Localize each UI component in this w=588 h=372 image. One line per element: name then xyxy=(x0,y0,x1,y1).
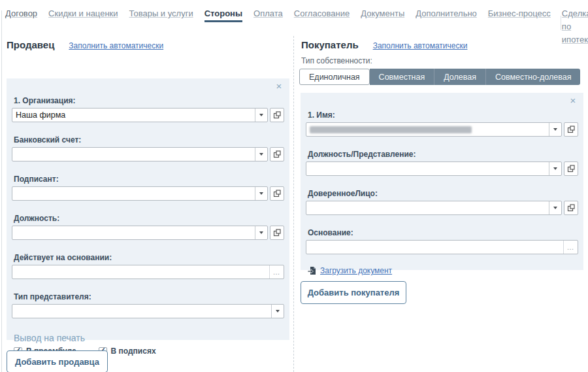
caret-down-icon[interactable] xyxy=(271,305,284,318)
open-in-window-icon[interactable] xyxy=(270,108,284,122)
open-in-window-icon[interactable] xyxy=(564,161,578,176)
window-left-border xyxy=(1,10,2,372)
tab-storony[interactable]: Стороны xyxy=(204,7,242,22)
field-label: Подписант: xyxy=(14,175,284,184)
checkbox-label: В подписях xyxy=(111,347,156,356)
field-basis: Основание: … xyxy=(306,228,578,254)
segment-dolevaya[interactable]: Долевая xyxy=(434,69,486,85)
add-buyer-button[interactable]: Добавить покупателя xyxy=(301,281,406,304)
signatory-combobox[interactable] xyxy=(12,186,268,201)
seller-autofill-link[interactable]: Заполнить автоматически xyxy=(69,41,163,50)
field-position: Должность: xyxy=(12,214,284,240)
field-acts-on-basis: Действует на основании: … xyxy=(12,253,284,279)
bank-account-combobox[interactable] xyxy=(12,147,268,161)
caret-down-icon[interactable] xyxy=(549,162,561,175)
field-label: ДоверенноеЛицо: xyxy=(308,189,578,198)
caret-down-icon[interactable] xyxy=(255,226,267,239)
open-in-window-icon[interactable] xyxy=(270,147,284,161)
open-in-window-icon[interactable] xyxy=(270,226,284,240)
field-label: Должность: xyxy=(14,214,284,223)
basis-field[interactable]: … xyxy=(306,240,578,254)
tab-tovary[interactable]: Товары и услуги xyxy=(129,7,193,20)
tab-skidki[interactable]: Скидки и наценки xyxy=(48,7,118,20)
load-document-icon xyxy=(308,266,316,275)
caret-down-icon[interactable] xyxy=(549,123,561,136)
field-label: 1. Организация: xyxy=(14,96,284,105)
segment-sovmestno-dolevaya[interactable]: Совместно-долевая xyxy=(486,69,580,85)
open-in-window-icon[interactable] xyxy=(564,201,578,215)
position-representation-input[interactable] xyxy=(306,162,549,175)
field-label: 1. Имя: xyxy=(308,110,578,120)
tab-soglasovanie[interactable]: Согласование xyxy=(294,7,350,20)
organization-input[interactable] xyxy=(12,109,255,122)
field-bank-account: Банковский счет: xyxy=(12,135,284,161)
add-seller-button[interactable]: Добавить продавца xyxy=(7,350,108,372)
segment-sovmestnaya[interactable]: Совместная xyxy=(370,69,435,85)
seller-title: Продавец xyxy=(7,39,54,50)
field-label: Тип представителя: xyxy=(14,292,284,301)
name-combobox[interactable] xyxy=(306,122,562,137)
buyer-panel: × 1. Имя: Должность/Представление: Довер xyxy=(301,93,583,270)
position-combobox[interactable] xyxy=(12,226,268,240)
position-representation-combobox[interactable] xyxy=(306,161,562,176)
field-representative-type: Тип представителя: xyxy=(12,292,284,318)
buyer-title: Покупатель xyxy=(301,39,359,50)
field-label: Банковский счет: xyxy=(14,135,284,144)
acts-on-basis-input[interactable] xyxy=(12,265,269,279)
segment-edinolichnaya[interactable]: Единоличная xyxy=(299,69,370,85)
tab-oplata[interactable]: Оплата xyxy=(253,7,283,20)
seller-panel: × 1. Организация: Банковский счет: Подпи xyxy=(7,78,289,340)
tab-biznes-process[interactable]: Бизнес-процесс xyxy=(488,7,551,20)
trusted-person-input[interactable] xyxy=(306,201,549,214)
representative-type-combobox[interactable] xyxy=(12,304,284,318)
open-in-window-icon[interactable] xyxy=(564,122,578,137)
representative-type-input[interactable] xyxy=(12,305,271,318)
field-trusted-person: ДоверенноеЛицо: xyxy=(306,189,578,215)
acts-on-basis-field[interactable]: … xyxy=(12,265,284,279)
field-label: Должность/Представление: xyxy=(308,150,578,159)
field-label: Действует на основании: xyxy=(14,253,284,262)
upload-document-link[interactable]: Загрузить документ xyxy=(320,266,392,275)
ownership-segmented-control: Единоличная Совместная Долевая Совместно… xyxy=(299,69,580,85)
field-signatory: Подписант: xyxy=(12,175,284,201)
redacted-name-value xyxy=(310,126,472,133)
caret-down-icon[interactable] xyxy=(549,201,561,214)
print-section-title: Вывод на печать xyxy=(14,333,284,343)
open-in-window-icon[interactable] xyxy=(270,186,284,201)
ellipsis-button[interactable]: … xyxy=(269,265,284,279)
bank-account-input[interactable] xyxy=(12,148,255,161)
tab-dogovor[interactable]: Договор xyxy=(5,7,37,20)
tab-dokumenty[interactable]: Документы xyxy=(361,7,404,20)
basis-input[interactable] xyxy=(306,241,563,254)
buyer-autofill-link[interactable]: Заполнить автоматически xyxy=(373,41,468,50)
signatory-input[interactable] xyxy=(12,187,255,200)
ellipsis-button[interactable]: … xyxy=(563,241,578,254)
position-input[interactable] xyxy=(12,226,255,239)
caret-down-icon[interactable] xyxy=(255,109,267,122)
close-icon[interactable]: × xyxy=(568,95,578,106)
ownership-type-label: Тип собственности: xyxy=(301,56,372,65)
caret-down-icon[interactable] xyxy=(255,148,267,161)
tab-dopolnitelno[interactable]: Дополнительно xyxy=(416,7,477,20)
field-name: 1. Имя: xyxy=(306,110,578,137)
field-organization: 1. Организация: xyxy=(12,96,284,122)
field-label: Основание: xyxy=(308,228,578,237)
column-divider xyxy=(293,36,294,372)
tab-sdelka-po-ipoteke[interactable]: Сделка по ипотеке xyxy=(562,7,588,46)
trusted-person-combobox[interactable] xyxy=(306,201,562,215)
close-icon[interactable]: × xyxy=(274,81,284,92)
caret-down-icon[interactable] xyxy=(255,187,267,200)
organization-combobox[interactable] xyxy=(12,108,268,122)
field-position-representation: Должность/Представление: xyxy=(306,150,578,176)
